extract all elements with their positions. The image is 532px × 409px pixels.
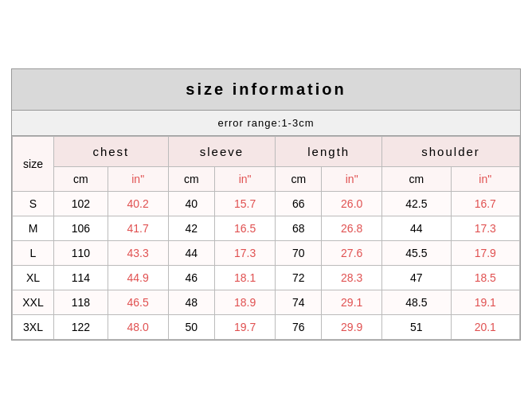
chest-cm-cell: 118: [54, 290, 108, 315]
shoulder-cm-cell: 47: [382, 266, 451, 290]
sleeve-in-cell: 15.7: [214, 192, 275, 216]
length-header: length: [276, 137, 382, 167]
size-header: size: [13, 137, 54, 192]
chest-in-cell: 40.2: [108, 192, 168, 216]
chest-cm-header: cm: [54, 167, 108, 192]
shoulder-in-cell: 20.1: [451, 315, 520, 340]
chest-in-cell: 48.0: [108, 315, 168, 340]
size-cell: M: [13, 216, 54, 241]
sleeve-in-cell: 16.5: [214, 216, 275, 241]
chest-cm-cell: 106: [54, 216, 108, 241]
sleeve-cm-cell: 46: [168, 266, 214, 290]
chest-cm-cell: 102: [54, 192, 108, 216]
sleeve-cm-cell: 50: [168, 315, 214, 340]
shoulder-in-header: in": [451, 167, 520, 192]
table-row: XXL11846.54818.97429.148.519.1: [13, 290, 520, 315]
size-cell: S: [13, 192, 54, 216]
chest-cm-cell: 122: [54, 315, 108, 340]
shoulder-in-cell: 17.9: [451, 241, 520, 266]
length-in-cell: 27.6: [322, 241, 382, 266]
sleeve-in-cell: 19.7: [214, 315, 275, 340]
table-row: M10641.74216.56826.84417.3: [13, 216, 520, 241]
sleeve-cm-cell: 48: [168, 290, 214, 315]
chest-in-header: in": [108, 167, 168, 192]
length-in-cell: 29.9: [322, 315, 382, 340]
length-cm-cell: 74: [276, 290, 322, 315]
chest-cm-cell: 110: [54, 241, 108, 266]
error-range: error range:1-3cm: [12, 111, 520, 136]
chest-in-cell: 43.3: [108, 241, 168, 266]
sleeve-cm-cell: 40: [168, 192, 214, 216]
shoulder-in-cell: 16.7: [451, 192, 520, 216]
shoulder-cm-header: cm: [382, 167, 451, 192]
length-cm-cell: 70: [276, 241, 322, 266]
shoulder-in-cell: 18.5: [451, 266, 520, 290]
shoulder-cm-cell: 42.5: [382, 192, 451, 216]
shoulder-cm-cell: 48.5: [382, 290, 451, 315]
size-data-table: size chest sleeve length shoulder cm in"…: [12, 136, 520, 340]
length-in-header: in": [322, 167, 382, 192]
size-cell: XL: [13, 266, 54, 290]
length-in-cell: 26.0: [322, 192, 382, 216]
sleeve-cm-cell: 42: [168, 216, 214, 241]
shoulder-cm-cell: 45.5: [382, 241, 451, 266]
sleeve-in-header: in": [214, 167, 275, 192]
chest-in-cell: 46.5: [108, 290, 168, 315]
sleeve-cm-header: cm: [168, 167, 214, 192]
table-title: size information: [12, 69, 520, 111]
chest-cm-cell: 114: [54, 266, 108, 290]
length-in-cell: 26.8: [322, 216, 382, 241]
length-cm-header: cm: [276, 167, 322, 192]
length-cm-cell: 72: [276, 266, 322, 290]
table-row: L11043.34417.37027.645.517.9: [13, 241, 520, 266]
length-cm-cell: 66: [276, 192, 322, 216]
table-row: 3XL12248.05019.77629.95120.1: [13, 315, 520, 340]
sleeve-header: sleeve: [168, 137, 276, 167]
table-row: S10240.24015.76626.042.516.7: [13, 192, 520, 216]
length-cm-cell: 76: [276, 315, 322, 340]
sleeve-in-cell: 18.1: [214, 266, 275, 290]
length-cm-cell: 68: [276, 216, 322, 241]
chest-in-cell: 44.9: [108, 266, 168, 290]
size-cell: L: [13, 241, 54, 266]
table-row: XL11444.94618.17228.34718.5: [13, 266, 520, 290]
size-cell: 3XL: [13, 315, 54, 340]
chest-header: chest: [54, 137, 169, 167]
size-cell: XXL: [13, 290, 54, 315]
shoulder-cm-cell: 44: [382, 216, 451, 241]
sleeve-in-cell: 17.3: [214, 241, 275, 266]
length-in-cell: 28.3: [322, 266, 382, 290]
chest-in-cell: 41.7: [108, 216, 168, 241]
size-table-container: size information error range:1-3cm size …: [11, 68, 521, 341]
sleeve-in-cell: 18.9: [214, 290, 275, 315]
shoulder-in-cell: 17.3: [451, 216, 520, 241]
sleeve-cm-cell: 44: [168, 241, 214, 266]
shoulder-header: shoulder: [382, 137, 520, 167]
shoulder-in-cell: 19.1: [451, 290, 520, 315]
length-in-cell: 29.1: [322, 290, 382, 315]
shoulder-cm-cell: 51: [382, 315, 451, 340]
